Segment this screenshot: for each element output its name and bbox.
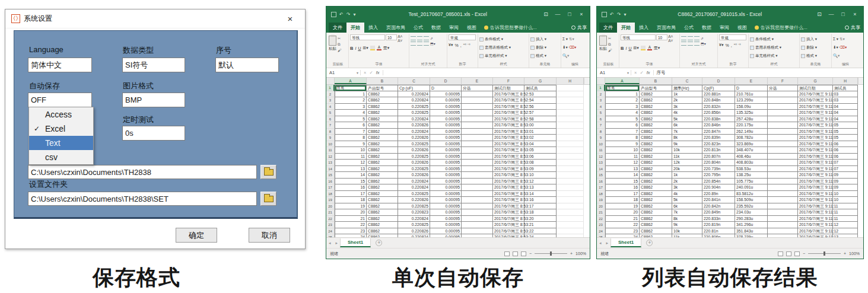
cell-B5[interactable]: C8862 xyxy=(367,110,398,116)
ribbon-button[interactable]: 单元格样式 ▾ xyxy=(479,52,527,59)
cell-F6[interactable]: 2017/6/7/周三 8:52:58 xyxy=(493,116,524,123)
cell-A10[interactable]: 9 xyxy=(605,141,640,148)
wrap-text-icon[interactable]: ⇗ xyxy=(430,36,433,40)
cell-A16[interactable]: 15 xyxy=(605,179,640,185)
cell-D11[interactable]: 220.813n xyxy=(702,147,735,154)
ribbon-button[interactable]: 格式 ▾ xyxy=(801,52,830,59)
cell-B25[interactable]: C8862 xyxy=(640,234,672,237)
zoom-slider[interactable] xyxy=(808,253,841,254)
cell-A24[interactable]: 23 xyxy=(335,228,367,235)
align-center-icon[interactable] xyxy=(688,42,693,46)
cell-E7[interactable] xyxy=(462,122,493,129)
zoom-out-icon[interactable]: − xyxy=(529,251,532,256)
cell-F12[interactable]: 2017/6/7/周三 8:53:06 xyxy=(493,154,524,160)
cell-D20[interactable]: 220.842n xyxy=(702,203,735,210)
row-header-15[interactable]: 15 xyxy=(597,172,605,179)
cell-D13[interactable]: 220.804n xyxy=(702,160,735,166)
align-left-icon[interactable] xyxy=(411,42,416,46)
row-header-13[interactable]: 13 xyxy=(597,160,605,166)
cell-F7[interactable] xyxy=(768,122,798,129)
column-header-G[interactable]: G xyxy=(524,78,557,84)
cell-B4[interactable]: C8862 xyxy=(367,104,398,110)
ribbon-button[interactable]: 套用表格格式 ▾ xyxy=(750,44,798,51)
cell-C22[interactable]: 8k xyxy=(672,216,702,222)
align-bottom-icon[interactable] xyxy=(424,36,429,40)
dropdown-item-csv[interactable]: csv xyxy=(29,150,93,164)
cell-C20[interactable]: 0.220825 xyxy=(398,203,430,210)
cell-C8[interactable]: 7k xyxy=(672,129,702,135)
italic-button[interactable]: I xyxy=(355,46,356,50)
cell-C17[interactable]: 3k xyxy=(672,184,702,191)
cell-A3[interactable]: 2 xyxy=(605,97,640,104)
cell-D13[interactable]: 0.00095 xyxy=(430,160,462,166)
font-name-select[interactable]: 等线 xyxy=(350,34,385,40)
zoom-in-icon[interactable]: + xyxy=(844,251,846,256)
cell-D24[interactable]: 0.00095 xyxy=(430,228,462,235)
cell-D10[interactable]: 220.823n xyxy=(702,141,735,148)
serial-field[interactable] xyxy=(215,58,279,72)
dropdown-item-excel[interactable]: ✓Excel xyxy=(29,122,93,136)
cell-E6[interactable] xyxy=(462,116,493,123)
row-header-2[interactable]: 2 xyxy=(326,91,335,98)
cell-C10[interactable]: 9k xyxy=(672,141,702,148)
underline-button[interactable]: U xyxy=(628,46,631,50)
cell-F8[interactable]: 2017/6/7/周三 8:53:01 xyxy=(493,129,524,135)
cell-A4[interactable]: 3 xyxy=(335,104,367,110)
cell-B8[interactable]: C8862 xyxy=(640,129,672,135)
cell-E24[interactable] xyxy=(462,228,493,235)
cancel-entry-icon[interactable]: × xyxy=(634,70,637,75)
zoom-in-icon[interactable]: + xyxy=(570,251,573,256)
ribbon-button[interactable]: 删除 ▾ xyxy=(530,44,559,51)
sheet-nav-right-icon[interactable]: ▸ xyxy=(604,241,611,246)
cell-F23[interactable] xyxy=(768,222,798,228)
cell-D25[interactable]: 220.806n xyxy=(702,234,735,237)
cell-B23[interactable]: C8862 xyxy=(367,222,398,228)
zoom-slider[interactable] xyxy=(535,253,567,254)
cell-E3[interactable] xyxy=(462,97,493,104)
cell-F19[interactable]: 2017/6/7/周三 8:53:16 xyxy=(493,197,524,203)
cell-F2[interactable]: 2017/6/7/周三 8:52:53 xyxy=(493,91,524,98)
cell-F4[interactable] xyxy=(768,104,798,110)
cell-B20[interactable]: C8862 xyxy=(640,203,672,210)
cell-D20[interactable]: 0.00095 xyxy=(430,203,462,210)
cell-F21[interactable] xyxy=(768,209,798,216)
cell-E25[interactable] xyxy=(462,234,493,237)
cell-D24[interactable]: 220.81n xyxy=(702,228,735,235)
cell-B11[interactable]: C8862 xyxy=(367,147,398,154)
data-type-field[interactable] xyxy=(122,58,185,72)
minimize-icon[interactable]: — xyxy=(552,11,564,17)
cell-F9[interactable]: 2017/6/7/周三 8:53:02 xyxy=(493,135,524,141)
data-folder-field[interactable] xyxy=(28,165,257,179)
dropdown-item-access[interactable]: Access xyxy=(29,107,93,122)
cell-E25[interactable]: 378.239u xyxy=(735,234,768,237)
cut-icon[interactable]: ✂ xyxy=(338,36,342,41)
cell-D12[interactable]: 0.00095 xyxy=(430,154,462,160)
row-header-6[interactable]: 6 xyxy=(597,116,605,123)
settings-folder-field[interactable] xyxy=(28,192,257,206)
cell-G6[interactable]: 2017/6/7/周三 9:11:04 xyxy=(798,116,833,123)
cell-E11[interactable] xyxy=(462,147,493,154)
cell-G7[interactable]: 2017/6/7/周三 9:11:05 xyxy=(798,122,833,129)
cell-H4[interactable] xyxy=(557,104,584,110)
cell-H21[interactable] xyxy=(557,209,584,216)
cell-B3[interactable]: C8862 xyxy=(367,97,398,104)
ribbon-tab-6[interactable]: 审阅 xyxy=(445,23,463,33)
row-header-16[interactable]: 16 xyxy=(326,179,335,185)
row-header-2[interactable]: 2 xyxy=(597,91,605,98)
confirm-entry-icon[interactable]: ✓ xyxy=(640,70,643,75)
cell-H12[interactable] xyxy=(557,154,584,160)
fill-button[interactable]: ⬇▾⌫▾ xyxy=(562,44,587,51)
cell-E16[interactable]: 105.775u xyxy=(735,179,768,185)
borders-icon[interactable]: ⊞▾ xyxy=(633,46,638,50)
fill-button[interactable]: ⬇▾⌫▾ xyxy=(833,44,858,51)
ribbon-button[interactable]: 插入 ▾ xyxy=(530,36,559,43)
row-header-19[interactable]: 19 xyxy=(597,197,605,203)
cell-F20[interactable]: 2017/6/7/周三 8:53:17 xyxy=(493,203,524,210)
column-header-C[interactable]: C xyxy=(398,78,430,84)
number-format-select[interactable]: 常规 xyxy=(719,34,746,40)
column-header-A[interactable]: A xyxy=(605,78,640,84)
confirm-entry-icon[interactable]: ✓ xyxy=(369,70,373,75)
cell-H5[interactable] xyxy=(557,110,584,116)
cell-A24[interactable]: 23 xyxy=(605,228,640,235)
row-header-21[interactable]: 21 xyxy=(326,209,335,216)
